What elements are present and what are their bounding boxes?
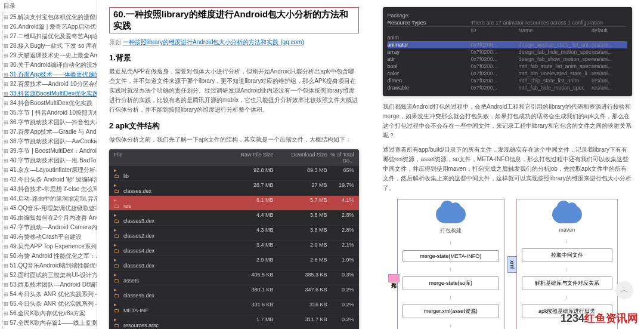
folder-icon: ▸ 🗀 [114,182,121,194]
scroll-to-top-button[interactable]: ︿ [615,281,633,299]
diagram-left-group: 序列化 打包构建 ↓merge-state(META-INFO)↓merge-s… [397,199,504,329]
table-row[interactable]: ▸ 🗀META-INF331.6 KB316 KB0.2% [109,300,359,315]
folder-icon: ▸ 🗀 [114,316,121,328]
toc-item[interactable]: 39.字节 | BoostMultiDex：Android Dex [0,146,97,156]
toc-item[interactable]: 46.由编知如何在2个月内改善 Android 动 [0,213,97,223]
folder-icon: ▸ 🗀 [114,167,121,179]
toc-item[interactable]: 37.百度App技术—Gradle 与 Android 构 [0,127,97,137]
table-row[interactable]: ▸ 🗀lib92.8 MB89.3 MB65% [109,166,359,181]
resource-panel: Package: Resource Types There are 17 ani… [383,7,633,96]
article-source-link[interactable]: 一种按照library的维度进行Android包大小分析的方法和实践 (qq.c… [123,39,304,45]
folder-icon: ▸ 🗀 [114,257,121,269]
cloud-icon [552,205,582,223]
folder-icon: ▸ 🗀 [114,287,121,299]
diagram-right-group: xml maven ↓拉取中间文件↓解析基础库与文件对应关系↓apk按照基础库进… [516,199,618,329]
diagram-box: 拉取中间文件 [522,248,612,262]
watermark: 1234红鱼资讯网 [561,311,638,325]
article-column-left: 60.一种按照library的维度进行Android包大小分析的方法和实践 原创… [97,0,371,329]
article-column-right: Package: Resource Types There are 17 ani… [371,0,645,329]
toc-item[interactable]: 48.有赞移动Crash平台建设 [0,232,97,242]
paragraph: 做包体分析之前，我们先了解一下apk文件的结构，其实就是一个压缩文件，大概结构如… [109,135,359,144]
toc-item[interactable]: 54.今日头条 ANR 优化实践系列 - 经济 [0,290,97,299]
section-heading: 2 apk文件结构 [109,121,359,131]
table-row[interactable]: ▸ 🗀classes3.dex4.4 MB3.8 MB2.8% [109,211,359,226]
toc-item[interactable]: 51.QQ音乐Android端到端性能优化之路 [0,261,97,270]
article-meta: 原创 一种按照library的维度进行Android包大小分析的方法和实践 (q… [109,38,359,47]
resource-row[interactable]: array0x7f0200...design_fab_hide_motion_s… [388,48,628,56]
section-heading: 1.背景 [109,53,359,63]
toc-item[interactable]: 40.字节跳动技术团队—甩 BadTokenEx [0,156,97,165]
toc-item[interactable]: 31.百度App技术——体验更优越的TexV [0,70,97,79]
resource-row[interactable]: color0x7f0200...mtrl_btn_unelevated_stat… [388,70,628,77]
toc-item[interactable]: 32.百度技术—Android 10分区存储 [0,79,97,89]
resource-row[interactable]: dimen0x7f0200...mtrl_chip_state_list_ani… [388,77,628,84]
toc-item[interactable]: 57.全民K歌内存篇1——线上监测与综合治 [0,318,97,328]
diagram-box: merge-state(META-INFO) [402,250,499,262]
toc-item[interactable]: 34.抖音BoostMultiDex优化实践 [0,99,97,108]
toc-header: 目录 [0,0,97,13]
folder-icon: ▸ 🗀 [114,272,121,284]
toc-item[interactable]: 33.抖音源BoostMultiDex优化实践：Andro [0,89,97,99]
diagram-label: 序列化 [388,274,400,282]
toc-item[interactable]: 53.西瓜技术团队—Android D8编译器'编 [0,280,97,290]
resource-row[interactable]: bool0x7f0200...mtrl_fab_state_list_anim_… [388,63,628,70]
toc-item[interactable]: 55.今日头条 ANR 优化实践系列 - 定位与 [0,299,97,309]
table-row[interactable]: ▸ 🗀classes3.dex2.9 MB2.6 MB1.9% [109,256,359,270]
folder-icon: ▸ 🗀 [114,212,121,224]
toc-item[interactable]: 28.接入Bugly一款式 下发 so 库在 Androi [0,41,97,51]
toc-sidebar[interactable]: 目录 25.解决支付宝包体积优化的遗留问题：运26.Android篇 | 爱奇艺… [0,0,97,329]
diagram-box: 解析基础库与文件对应关系 [522,276,612,290]
toc-item[interactable]: 35.字节 | 抖音Android 10按照无权限需 [0,108,97,118]
toc-item[interactable]: 45.QQ音乐-用埋架调优超级歌迹率破 [0,204,97,213]
folder-icon: ▸ 🗀 [114,227,121,239]
resource-row[interactable]: drawable0x7f0200...mtrl_fab_hide_motion_… [388,84,628,91]
table-row[interactable]: ▸ 🗀resources.arsc1.7 MB311.7 KB0.2% [109,315,359,329]
cloud-icon [436,205,466,223]
resource-row[interactable]: attr0x7f0200...design_fab_show_motion_sp… [388,56,628,63]
toc-item[interactable]: 26.Android篇 | 爱奇艺App启动优化实践 [0,22,97,32]
toc-item[interactable]: 30.关于Android编译自动化的流水线 [0,60,97,70]
paragraph: 我们都知道Android打包的过程中，会把Android工程和它引用的libra… [383,102,633,140]
resource-row[interactable]: anim [388,34,628,41]
toc-item[interactable]: 36.字节跳动技术团队—抖音包大小优化- [0,118,97,127]
toc-item[interactable]: 41.京东—Layoutlnflater原理分析与复现 [0,165,97,175]
folder-icon: ▸ 🗀 [114,242,121,254]
toc-item[interactable]: 47.字节跳动—Android Camera内存问是 [0,223,97,232]
table-row[interactable]: ▸ 🗀classes2.dex4.3 MB3.8 MB2.8% [109,226,359,241]
toc-item[interactable]: 42.今日头条 Android '秒' 级编译深度剖 [0,175,97,185]
diagram-box: merger.xml(asset资源) [402,305,499,318]
build-diagram: 序列化 打包构建 ↓merge-state(META-INFO)↓merge-s… [383,199,633,329]
toc-item[interactable]: 27.二维码扫描优化及爱奇艺App的实践 [0,32,97,41]
toc-item[interactable]: 44.启动-路由中的第洞缩定制,异常处理练 [0,194,97,204]
toc-item[interactable]: 50.有赞 Android 性能优化之军：Java 向 [0,251,97,261]
resource-row[interactable]: animator0x7f0200...design_appbar_state_l… [388,41,628,48]
diagram-box: merge-state(so库) [402,276,499,290]
apk-file-table: File Raw File Size Download Size % of To… [109,149,359,329]
toc-item[interactable]: 52.面时面试的三模架构UI-设计方案 [0,270,97,280]
paragraph: 最近见壳APP在做瘦身，需要对包体大小进行分析，但刚开始Android只能分析出… [109,67,359,115]
toc-item[interactable]: 29.天猫返课技术史—史上最全Android渲染 [0,51,97,60]
toc-item[interactable]: 49.贝壳APP Top Experience系列 | And [0,242,97,251]
table-row[interactable]: ▸ 🗀classes4.dex3.4 MB2.9 MB2.1% [109,241,359,256]
toc-item[interactable]: 56.全民K歌内存优化v8a方案 [0,309,97,318]
toc-item[interactable]: 38.字节跳动技术团队—AwCookieMana [0,137,97,146]
article-title: 60.一种按照library的维度进行Android包大小分析的方法和实践 [109,7,359,33]
paragraph: 通过查看所有app/build/目录下的所有文件，发现确实存在这个中间文件，记录… [383,145,633,193]
toc-item[interactable]: 43.抖音技术-常思想 if-else 怎么写？建 [0,185,97,194]
toc-item[interactable]: 25.解决支付宝包体积优化的遗留问题：运 [0,13,97,22]
table-row[interactable]: ▸ 🗀classes5.dex380.1 KB347.6 KB0.2% [109,285,359,300]
table-row[interactable]: ▸ 🗀res6.1 MB5.7 MB4.1% [109,196,359,211]
diagram-label: xml [507,256,517,273]
table-row[interactable]: ▸ 🗀classes.dex28.7 MB27 MB19.7% [109,181,359,196]
folder-icon: ▸ 🗀 [114,197,121,209]
table-row[interactable]: ▸ 🗀assets406.5 KB385.3 KB0.3% [109,270,359,285]
folder-icon: ▸ 🗀 [114,302,121,313]
table-header: File Raw File Size Download Size % of To… [109,149,359,166]
